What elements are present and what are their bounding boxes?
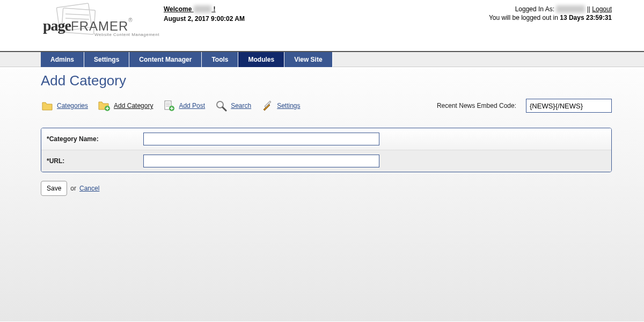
header: pageFRAMER® Website Content Management W…	[0, 0, 644, 51]
welcome-username: xxxxx	[194, 5, 211, 13]
welcome-date: August 2, 2017 9:00:02 AM	[164, 15, 245, 23]
page-title: Add Category	[41, 72, 612, 89]
logged-in-user: xxxxxxxxx	[556, 5, 585, 13]
url-input[interactable]	[143, 155, 379, 167]
form-row-url: *URL:	[41, 150, 611, 172]
separator: ||	[585, 5, 592, 13]
tool-settings-label: Settings	[277, 102, 300, 109]
tool-add-post[interactable]: Add Post	[163, 99, 205, 112]
folder-icon	[41, 99, 54, 112]
url-label: *URL:	[47, 157, 143, 165]
logout-link[interactable]: Logout	[592, 5, 612, 13]
folder-add-icon	[98, 99, 111, 112]
autologout-prefix: You will be logged out in	[489, 14, 560, 21]
category-name-input[interactable]	[143, 133, 379, 145]
tab-view-site[interactable]: View Site	[284, 52, 332, 67]
form-box: *Category Name: *URL:	[41, 128, 612, 172]
category-name-label: *Category Name:	[47, 135, 143, 143]
tab-modules[interactable]: Modules	[238, 52, 284, 67]
tab-admins[interactable]: Admins	[41, 52, 84, 67]
action-row: Save or Cancel	[41, 181, 612, 196]
welcome-prefix: Welcome	[164, 5, 194, 13]
embed-code-label: Recent News Embed Code:	[437, 102, 516, 109]
page-add-icon	[163, 99, 175, 112]
welcome-suffix: !	[211, 5, 215, 13]
form-row-category-name: *Category Name:	[41, 128, 611, 150]
save-button[interactable]: Save	[41, 181, 67, 196]
logo-framer-text: FRAMER	[71, 19, 128, 33]
svg-line-11	[223, 107, 226, 111]
tools-icon	[261, 99, 274, 112]
logo-page-text: page	[43, 17, 71, 34]
tool-add-post-label: Add Post	[179, 102, 205, 109]
tool-search[interactable]: Search	[215, 99, 251, 112]
logo: pageFRAMER® Website Content Management	[43, 0, 164, 37]
tool-settings[interactable]: Settings	[261, 99, 300, 112]
login-status-area: Logged In As: xxxxxxxxx || Logout You wi…	[489, 0, 612, 21]
tabbar: AdminsSettingsContent ManagerToolsModule…	[0, 52, 644, 67]
tool-categories[interactable]: Categories	[41, 99, 88, 112]
tab-content-manager[interactable]: Content Manager	[129, 52, 202, 67]
tool-search-label: Search	[231, 102, 251, 109]
tool-categories-label: Categories	[57, 102, 88, 109]
search-icon	[215, 99, 228, 112]
tool-add-category-label: Add Category	[114, 102, 153, 109]
or-text: or	[70, 185, 76, 192]
tab-tools[interactable]: Tools	[202, 52, 238, 67]
logged-in-prefix: Logged In As:	[515, 5, 557, 13]
content-area: Add Category Categories Add Category Add…	[0, 67, 644, 321]
embed-code-input[interactable]	[526, 99, 612, 113]
welcome-area: Welcome xxxxx ! August 2, 2017 9:00:02 A…	[164, 0, 245, 23]
cancel-link[interactable]: Cancel	[79, 185, 99, 192]
tool-add-category[interactable]: Add Category	[98, 99, 153, 112]
autologout-time: 13 Days 23:59:31	[560, 14, 612, 21]
toolbar: Categories Add Category Add Post Search …	[41, 99, 612, 113]
tab-settings[interactable]: Settings	[84, 52, 129, 67]
